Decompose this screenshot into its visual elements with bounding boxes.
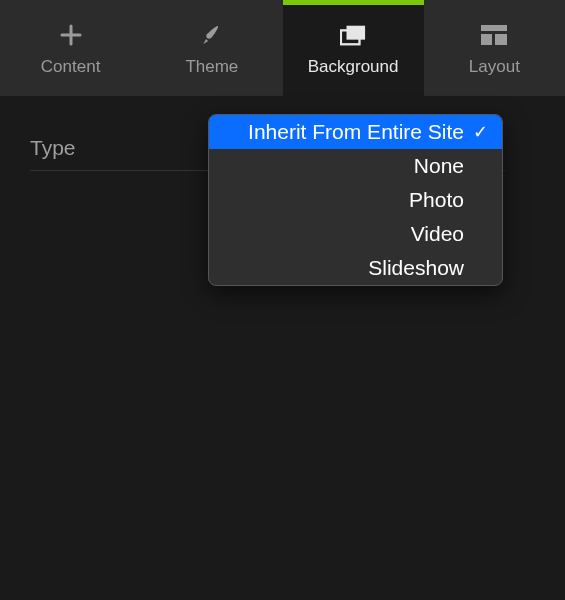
tab-layout[interactable]: Layout bbox=[424, 0, 565, 96]
type-option-video[interactable]: Video bbox=[209, 217, 502, 251]
svg-rect-3 bbox=[481, 34, 492, 45]
svg-rect-4 bbox=[495, 34, 507, 45]
option-label: Photo bbox=[409, 188, 464, 212]
option-label: Slideshow bbox=[368, 256, 464, 280]
option-label: None bbox=[414, 154, 464, 178]
tab-label: Theme bbox=[185, 58, 238, 75]
tab-background[interactable]: Background bbox=[283, 0, 424, 96]
svg-rect-2 bbox=[481, 25, 507, 31]
type-option-photo[interactable]: Photo bbox=[209, 183, 502, 217]
type-option-slideshow[interactable]: Slideshow bbox=[209, 251, 502, 285]
option-label: Inherit From Entire Site bbox=[248, 120, 464, 144]
option-label: Video bbox=[411, 222, 464, 246]
brush-icon bbox=[199, 22, 225, 48]
type-option-inherit[interactable]: Inherit From Entire Site ✓ bbox=[209, 115, 502, 149]
tab-label: Background bbox=[308, 58, 399, 75]
tab-theme[interactable]: Theme bbox=[141, 0, 282, 96]
tab-label: Layout bbox=[469, 58, 520, 75]
tab-content[interactable]: Content bbox=[0, 0, 141, 96]
checkmark-icon: ✓ bbox=[472, 121, 488, 143]
type-dropdown[interactable]: Inherit From Entire Site ✓ None Photo Vi… bbox=[208, 114, 503, 286]
svg-rect-1 bbox=[347, 25, 366, 39]
tab-bar: Content Theme Background Layout bbox=[0, 0, 565, 96]
tab-label: Content bbox=[41, 58, 101, 75]
settings-panel: Type Inherit From Entire Site ✓ None Pho… bbox=[0, 96, 565, 170]
type-option-none[interactable]: None bbox=[209, 149, 502, 183]
type-label: Type bbox=[30, 136, 76, 160]
plus-icon bbox=[58, 22, 84, 48]
layout-icon bbox=[481, 22, 507, 48]
background-icon bbox=[340, 22, 366, 48]
